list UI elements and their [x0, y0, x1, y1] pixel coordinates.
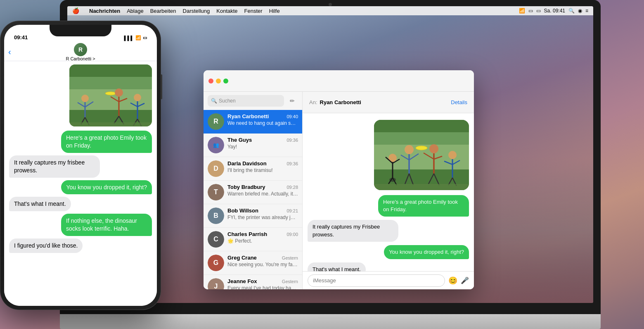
compose-button[interactable]: ✏ [286, 95, 298, 107]
iphone-nav: ‹ R R Carbonetti > [4, 43, 157, 61]
minimize-button[interactable] [216, 79, 221, 83]
conversation-item-bob[interactable]: B Bob Willson 09:21 FYI, the printer was… [204, 204, 302, 228]
apple-logo-icon[interactable]: 🍎 [72, 7, 79, 14]
conv-preview-charles: 🌟 Perfect. [227, 238, 298, 244]
airplay-icon: ▭ [528, 8, 533, 14]
conversation-item-ryan[interactable]: R Ryan Carbonetti 09:40 We need to hang … [204, 110, 302, 134]
svg-point-23 [448, 151, 457, 159]
menu-hilfe[interactable]: Hilfe [266, 8, 283, 14]
chat-header: An: Ryan Carbonetti Details [303, 92, 474, 113]
iphone-message-6: If nothing else, the dinosaur socks look… [61, 214, 152, 236]
conv-name-charles: Charles Parrish [227, 231, 267, 237]
conv-name-bob: Bob Willson [227, 207, 258, 214]
control-center-icon[interactable]: ≡ [585, 8, 588, 14]
svg-point-10 [405, 145, 414, 154]
iphone-status-icons: ▌▌▌ 📶 ▭ [124, 35, 147, 41]
details-button[interactable]: Details [451, 99, 467, 105]
window-titlebar [204, 70, 474, 92]
iphone-message-2: Here's a great photo Emily took on Frida… [61, 131, 152, 153]
menu-nachrichten[interactable]: Nachrichten [86, 8, 123, 14]
svg-point-40 [115, 88, 123, 97]
conv-name-guys: The Guys [227, 137, 252, 143]
battery-icon-iphone: ▭ [143, 35, 147, 41]
chat-input-area: 😊 🎤 [303, 271, 474, 289]
conv-time-ryan: 09:40 [286, 114, 298, 119]
conv-time-charles: 09:00 [286, 232, 298, 237]
conversation-item-guys[interactable]: 👥 The Guys 09:36 Yay! [204, 134, 302, 157]
conv-body-ryan: Ryan Carbonetti 09:40 We need to hang ou… [227, 113, 298, 126]
message-4: You know you dropped it, right? [384, 245, 469, 259]
conv-time-toby: 09:28 [286, 185, 298, 190]
conv-name-toby: Toby Bradbury [227, 184, 265, 190]
svg-rect-52 [69, 122, 152, 126]
conversation-item-darla[interactable]: D Darla Davidson 09:36 I'll bring the ti… [204, 157, 302, 181]
chat-input[interactable] [308, 274, 445, 287]
wifi-icon: 📶 [519, 8, 525, 14]
chat-recipient: Ryan Carbonetti [320, 99, 451, 105]
conv-preview-ryan: We need to hang out again soon. Don't be… [227, 120, 298, 126]
iphone-frisbee-svg [69, 64, 152, 126]
conv-body-greg: Greg Crane Gestern Nice seeing you. You'… [227, 255, 298, 267]
menu-darstellung[interactable]: Darstellung [180, 8, 213, 14]
sidebar: 🔍 Suchen ✏ R [204, 92, 303, 289]
search-icon: 🔍 [211, 98, 217, 104]
iphone-messages: ‹ R R Carbonetti > [4, 43, 157, 306]
power-button[interactable] [161, 74, 162, 99]
message-2: Here's a great photo Emily took on Frida… [378, 195, 469, 217]
conv-time-guys: 09:36 [286, 138, 298, 143]
traffic-lights [208, 79, 228, 83]
back-button[interactable]: ‹ [8, 47, 11, 57]
siri-icon[interactable]: ◉ [578, 8, 582, 14]
search-menubar-icon[interactable]: 🔍 [568, 8, 575, 14]
iphone-frame: 09:41 ▌▌▌ 📶 ▭ ‹ R R Carbonetti > [0, 21, 161, 310]
search-box[interactable]: 🔍 Suchen [208, 95, 284, 107]
conversation-item-charles[interactable]: C Charles Parrish 09:00 🌟 Perfect. [204, 228, 302, 251]
conv-body-jeanne: Jeanne Fox Gestern Every meal I've had t… [227, 278, 298, 289]
menu-bearbeiten[interactable]: Bearbeiten [147, 8, 180, 14]
iphone-screen: 09:41 ▌▌▌ 📶 ▭ ‹ R R Carbonetti > [4, 25, 157, 306]
conv-name-greg: Greg Crane [227, 255, 257, 261]
contact-name: R Carbonetti > [66, 56, 95, 61]
iphone-body: 09:41 ▌▌▌ 📶 ▭ ‹ R R Carbonetti > [0, 21, 161, 310]
signal-icon: ▌▌▌ [124, 36, 134, 41]
conv-name-darla: Darla Davidson [227, 160, 267, 167]
emoji-button[interactable]: 😊 [448, 276, 457, 285]
close-button[interactable] [208, 79, 213, 83]
wifi-icon-iphone: 📶 [135, 35, 141, 41]
iphone-message-7: I figured you'd like those. [9, 238, 83, 253]
menu-fenster[interactable]: Fenster [241, 8, 266, 14]
frisbee-scene-svg [374, 120, 469, 190]
iphone-chat-photo [69, 64, 152, 126]
conv-body-toby: Toby Bradbury 09:28 Warren briefed me. A… [227, 184, 298, 197]
to-label: An: [309, 99, 317, 105]
conv-preview-guys: Yay! [227, 144, 298, 150]
svg-point-16 [416, 146, 427, 150]
conv-name-jeanne: Jeanne Fox [227, 278, 257, 284]
svg-rect-29 [374, 184, 469, 190]
iphone-notch [50, 25, 111, 36]
maximize-button[interactable] [223, 79, 228, 83]
svg-point-17 [429, 144, 438, 153]
conversation-item-toby[interactable]: T Toby Bradbury 09:28 Warren briefed me.… [204, 181, 302, 204]
iphone-message-4: You know you dropped it, right? [61, 180, 152, 195]
menubar-right: 📶 ▭ ▭ Sa. 09:41 🔍 ◉ ≡ [519, 8, 588, 14]
conversation-item-greg[interactable]: G Greg Crane Gestern Nice seeing you. Yo… [204, 251, 302, 275]
conversation-item-jeanne[interactable]: J Jeanne Fox Gestern Every meal I've had… [204, 275, 302, 289]
conv-time-darla: 09:36 [286, 161, 298, 166]
iphone-frisbee-photo [69, 64, 152, 126]
message-5: That's what I meant. [308, 262, 366, 271]
avatar-jeanne: J [208, 278, 224, 289]
avatar-bob: B [208, 207, 224, 224]
conv-preview-toby: Warren briefed me. Actually, it wasn't t… [227, 191, 298, 197]
search-placeholder: Suchen [219, 98, 236, 104]
menu-kontakte[interactable]: Kontakte [213, 8, 241, 14]
sidebar-search-area: 🔍 Suchen ✏ [204, 92, 302, 110]
conv-body-charles: Charles Parrish 09:00 🌟 Perfect. [227, 231, 298, 244]
conv-time-bob: 09:21 [286, 208, 298, 213]
menu-ablage[interactable]: Ablage [123, 8, 147, 14]
battery-icon: ▭ [536, 8, 541, 14]
svg-point-46 [134, 94, 141, 101]
iphone-message-5: That's what I meant. [9, 197, 71, 211]
audio-button[interactable]: 🎤 [461, 277, 469, 284]
conv-preview-greg: Nice seeing you. You're my favorite pers… [227, 262, 298, 267]
